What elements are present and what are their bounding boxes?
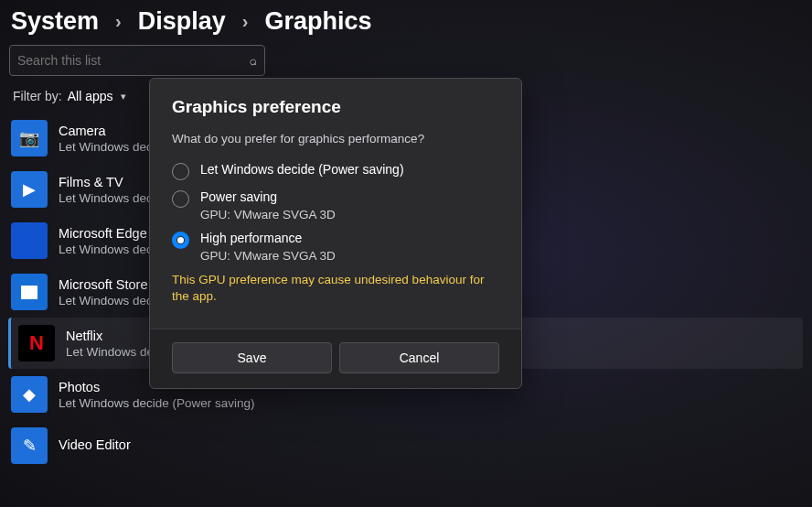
- radio-label: Let Windows decide (Power saving): [200, 162, 404, 177]
- dialog-question: What do you prefer for graphics performa…: [172, 132, 499, 146]
- radio-label: High performance: [200, 231, 336, 245]
- radio-label: Power saving: [200, 189, 336, 204]
- save-button[interactable]: Save: [172, 342, 332, 373]
- radio-icon[interactable]: [172, 190, 189, 208]
- radio-sub: GPU: VMware SVGA 3D: [200, 208, 336, 221]
- cancel-button[interactable]: Cancel: [339, 342, 499, 373]
- dialog-title: Graphics preference: [172, 97, 499, 117]
- radio-option-2[interactable]: High performanceGPU: VMware SVGA 3D: [172, 231, 499, 263]
- radio-icon[interactable]: [172, 232, 189, 249]
- modal-overlay: Graphics preference What do you prefer f…: [0, 0, 812, 507]
- radio-icon[interactable]: [172, 163, 189, 180]
- graphics-preference-dialog: Graphics preference What do you prefer f…: [149, 78, 522, 389]
- radio-option-1[interactable]: Power savingGPU: VMware SVGA 3D: [172, 189, 499, 221]
- radio-option-0[interactable]: Let Windows decide (Power saving): [172, 162, 499, 180]
- dialog-warning: This GPU preference may cause undesired …: [172, 272, 499, 305]
- radio-sub: GPU: VMware SVGA 3D: [200, 249, 336, 263]
